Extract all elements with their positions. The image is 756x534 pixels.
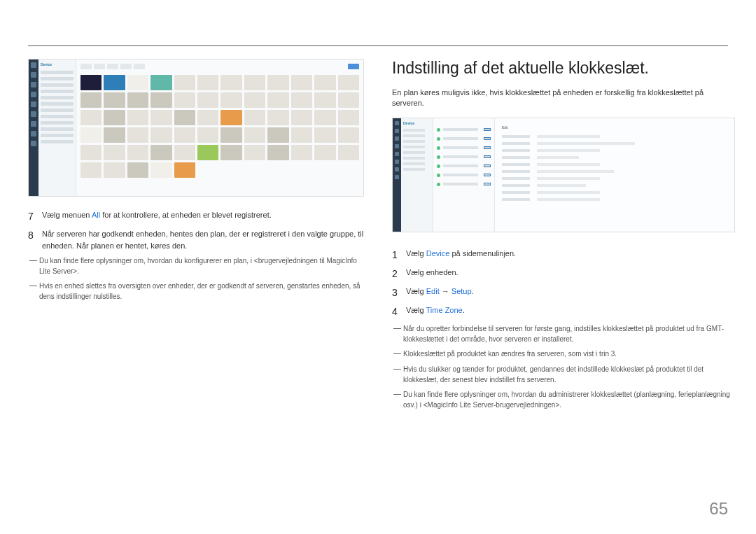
step-row: 8Når serveren har godkendt enheden, hent… — [28, 228, 364, 251]
screenshot-tab-edit: Edit — [502, 125, 727, 129]
step-number: 7 — [28, 209, 42, 224]
step-number: 8 — [28, 228, 42, 251]
screenshot-device-edit: Device Edit — [392, 118, 735, 232]
note-text: Hvis du slukker og tænder for produktet,… — [403, 364, 735, 385]
left-steps: 7Vælg menuen All for at kontrollere, at … — [28, 209, 364, 251]
note-dash-icon: ― — [393, 388, 403, 409]
page-number: 65 — [709, 499, 728, 519]
step-row: 3Vælg Edit → Setup. — [392, 286, 735, 300]
note-text: Du kan finde flere oplysninger om, hvord… — [403, 389, 735, 410]
step-number: 2 — [392, 267, 406, 281]
right-notes: ―Når du opretter forbindelse til servere… — [392, 323, 735, 411]
step-row: 7Vælg menuen All for at kontrollere, at … — [28, 209, 364, 224]
note-dash-icon: ― — [393, 363, 403, 384]
step-row: 2Vælg enheden. — [392, 267, 735, 281]
step-text: Vælg Device på sidemenulinjen. — [406, 248, 516, 262]
step-text: Vælg enheden. — [406, 267, 458, 281]
step-number: 1 — [392, 248, 406, 262]
note-row: ―Hvis du slukker og tænder for produktet… — [392, 364, 735, 385]
right-column: Indstilling af det aktuelle klokkeslæt. … — [392, 59, 735, 414]
note-row: ―Klokkeslættet på produktet kan ændres f… — [392, 349, 735, 360]
step-number: 3 — [392, 286, 406, 300]
screenshot-sidebar — [29, 59, 38, 196]
step-row: 4Vælg Time Zone. — [392, 304, 735, 319]
note-row: ―Hvis en enhed slettes fra oversigten ov… — [28, 281, 364, 302]
screenshot-panel-title: Device — [41, 62, 74, 66]
left-notes: ―Du kan finde flere oplysninger om, hvor… — [28, 255, 364, 302]
step-text: Når serveren har godkendt enheden, hente… — [42, 228, 364, 251]
note-text: Du kan finde flere oplysninger om, hvord… — [39, 255, 364, 276]
screenshot-panel-title: Device — [403, 121, 430, 125]
step-text: Vælg menuen All for at kontrollere, at e… — [42, 209, 272, 224]
screenshot-sidebar — [393, 118, 401, 232]
note-dash-icon: ― — [393, 347, 403, 359]
section-intro: En plan køres muligvis ikke, hvis klokke… — [392, 87, 735, 109]
step-text: Vælg Time Zone. — [406, 304, 465, 319]
screenshot-device-list — [433, 118, 495, 232]
right-steps: 1Vælg Device på sidemenulinjen.2Vælg enh… — [392, 248, 735, 319]
step-text: Vælg Edit → Setup. — [406, 286, 474, 300]
note-text: Klokkeslættet på produktet kan ændres fr… — [403, 349, 617, 360]
section-heading: Indstilling af det aktuelle klokkeslæt. — [392, 59, 735, 78]
step-number: 4 — [392, 304, 406, 319]
screenshot-panel: Device — [401, 118, 433, 232]
note-row: ―Når du opretter forbindelse til servere… — [392, 323, 735, 344]
step-row: 1Vælg Device på sidemenulinjen. — [392, 248, 735, 262]
screenshot-detail-pane: Edit — [495, 118, 734, 232]
note-row: ―Du kan finde flere oplysninger om, hvor… — [28, 255, 364, 276]
screenshot-panel: Device — [38, 59, 76, 196]
note-dash-icon: ― — [29, 254, 39, 275]
note-dash-icon: ― — [393, 322, 403, 343]
keyword: All — [92, 211, 100, 219]
top-rule — [28, 45, 728, 46]
note-text: Hvis en enhed slettes fra oversigten ove… — [39, 281, 364, 302]
screenshot-device-grid: Device — [28, 59, 364, 197]
keyword: Setup — [451, 287, 472, 295]
note-dash-icon: ― — [29, 279, 39, 300]
note-row: ―Du kan finde flere oplysninger om, hvor… — [392, 389, 735, 410]
left-column: Device — [28, 59, 364, 414]
keyword: Time Zone — [426, 306, 463, 314]
keyword: Edit — [426, 287, 440, 295]
note-text: Når du opretter forbindelse til serveren… — [403, 323, 735, 344]
keyword: Device — [426, 249, 450, 258]
